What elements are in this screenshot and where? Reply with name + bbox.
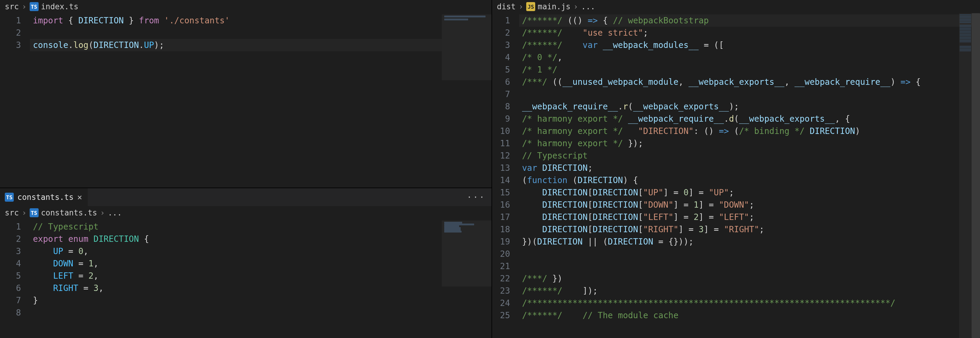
token-prop: DIRECTION xyxy=(593,188,638,198)
token-str: "LEFT" xyxy=(643,212,673,222)
code-line[interactable]: LEFT = 2, xyxy=(30,270,492,282)
code-line[interactable]: __webpack_require__.r(__webpack_exports_… xyxy=(519,100,980,113)
code-line[interactable]: /******/ "use strict"; xyxy=(519,27,980,39)
token-punc: [ xyxy=(587,225,593,234)
breadcrumb-trail[interactable]: ... xyxy=(581,2,595,11)
line-number: 3 xyxy=(0,245,30,257)
breadcrumb-filename: index.ts xyxy=(41,2,78,11)
token-punc: , xyxy=(84,246,89,256)
code-line[interactable]: /******/ // The module cache xyxy=(519,309,980,322)
chevron-right-icon: › xyxy=(22,208,27,217)
line-number: 2 xyxy=(0,27,30,39)
minimap[interactable] xyxy=(442,14,492,188)
token-prop: DIRECTION xyxy=(542,200,587,210)
code-line[interactable] xyxy=(30,306,492,319)
token-punc: ; xyxy=(587,163,593,173)
code-line[interactable]: } xyxy=(30,294,492,306)
code-line[interactable]: DIRECTION[DIRECTION["UP"] = 0] = "UP"; xyxy=(519,187,980,199)
breadcrumb-file[interactable]: TS constants.ts xyxy=(30,208,97,217)
code-line[interactable]: DIRECTION[DIRECTION["DOWN"] = 1] = "DOWN… xyxy=(519,199,980,211)
token-str: "DOWN" xyxy=(643,200,673,210)
code-line[interactable]: /******/ (() => { // webpackBootstrap xyxy=(519,14,980,27)
close-icon[interactable]: × xyxy=(77,192,82,202)
scrollbar-thumb[interactable] xyxy=(972,13,980,338)
token-str: "UP" xyxy=(709,188,729,198)
code-line[interactable]: export enum DIRECTION { xyxy=(30,233,492,245)
code-line[interactable]: DIRECTION[DIRECTION["RIGHT"] = 3] = "RIG… xyxy=(519,223,980,236)
code-line[interactable]: /* 1 */ xyxy=(519,64,980,76)
line-number: 1 xyxy=(0,14,30,27)
token-punc: . xyxy=(618,102,623,112)
scrollbar[interactable] xyxy=(972,13,980,338)
line-number: 6 xyxy=(492,76,519,88)
token-prop: console xyxy=(33,40,68,50)
line-number: 16 xyxy=(492,199,519,211)
code-line[interactable] xyxy=(30,27,492,39)
code-line[interactable]: /* 0 */, xyxy=(519,51,980,64)
chevron-right-icon: › xyxy=(100,208,105,217)
code-line[interactable]: RIGHT = 3, xyxy=(30,282,492,294)
editor-body[interactable]: 1234567891011121314151617181920212223242… xyxy=(492,13,980,338)
code-line[interactable]: console.log(DIRECTION.UP); xyxy=(30,39,492,51)
token-punc: ( xyxy=(88,40,93,50)
minimap-viewport[interactable] xyxy=(959,13,972,338)
breadcrumb-trail[interactable]: ... xyxy=(108,208,122,217)
line-gutter: 1234567891011121314151617181920212223242… xyxy=(492,13,519,338)
editor-body[interactable]: 123 import { DIRECTION } from './constan… xyxy=(0,13,492,188)
breadcrumb-file[interactable]: TS index.ts xyxy=(30,2,78,11)
token-com: /******/ xyxy=(522,16,562,26)
breadcrumb-file[interactable]: JS main.js xyxy=(526,2,571,11)
token-com: // Typescript xyxy=(522,151,587,161)
code-line[interactable]: DIRECTION[DIRECTION["LEFT"] = 2] = "LEFT… xyxy=(519,211,980,223)
ts-file-icon: TS xyxy=(30,208,38,217)
code-line[interactable]: DOWN = 1, xyxy=(30,257,492,270)
token-kw2: => xyxy=(719,126,729,136)
code-line[interactable]: /***/ ((__unused_webpack_module, __webpa… xyxy=(519,76,980,88)
code-line[interactable]: import { DIRECTION } from './constants' xyxy=(30,14,492,27)
code-line[interactable]: var DIRECTION; xyxy=(519,162,980,174)
token-punc: ; xyxy=(749,200,754,210)
token-enum: UP xyxy=(53,246,63,256)
breadcrumb-seg[interactable]: dist xyxy=(497,2,516,11)
code-line[interactable] xyxy=(519,260,980,273)
code-area[interactable]: import { DIRECTION } from './constants'c… xyxy=(30,13,492,188)
code-line[interactable]: })(DIRECTION || (DIRECTION = {})); xyxy=(519,236,980,248)
editor-body[interactable]: 12345678 // Typescriptexport enum DIRECT… xyxy=(0,219,492,338)
code-line[interactable] xyxy=(519,88,980,100)
minimap[interactable] xyxy=(959,13,972,338)
code-line[interactable]: // Typescript xyxy=(519,150,980,162)
code-line[interactable]: // Typescript xyxy=(30,220,492,233)
minimap-viewport[interactable] xyxy=(442,14,492,80)
line-number: 5 xyxy=(0,270,30,282)
token-com: /* 0 */ xyxy=(522,53,557,62)
token-com: /******/ xyxy=(522,28,562,38)
code-line[interactable]: /* harmony export */ "DIRECTION": () => … xyxy=(519,125,980,137)
code-line[interactable]: /***/ }) xyxy=(519,273,980,285)
code-line[interactable]: /* harmony export */ }); xyxy=(519,137,980,150)
code-line[interactable]: /***************************************… xyxy=(519,297,980,309)
code-area[interactable]: /******/ (() => { // webpackBootstrap/**… xyxy=(519,13,980,338)
token-punc: ); xyxy=(154,40,164,50)
code-line[interactable] xyxy=(519,248,980,260)
breadcrumb-seg[interactable]: src xyxy=(5,2,19,11)
tab-actions-icon[interactable]: ··· xyxy=(467,192,492,202)
line-number: 2 xyxy=(0,233,30,245)
minimap[interactable] xyxy=(442,220,492,338)
token-punc: = xyxy=(63,246,78,256)
tab-constants[interactable]: TS constants.ts × xyxy=(0,188,88,206)
code-line[interactable]: /******/ ]); xyxy=(519,285,980,297)
code-line[interactable]: (function (DIRECTION) { xyxy=(519,174,980,187)
token-punc: [ xyxy=(587,188,593,198)
breadcrumb[interactable]: src › TS constants.ts › ... xyxy=(0,206,492,219)
code-line[interactable]: /* harmony export */ __webpack_require__… xyxy=(519,113,980,125)
breadcrumb[interactable]: src › TS index.ts xyxy=(0,0,492,13)
line-number: 11 xyxy=(492,137,519,150)
code-line[interactable]: /******/ var __webpack_modules__ = ([ xyxy=(519,39,980,51)
breadcrumb-seg[interactable]: src xyxy=(5,208,19,217)
line-number: 1 xyxy=(492,14,519,27)
code-area[interactable]: // Typescriptexport enum DIRECTION { UP … xyxy=(30,219,492,338)
breadcrumb[interactable]: dist › JS main.js › ... xyxy=(492,0,980,13)
token-punc xyxy=(33,283,53,293)
code-line[interactable]: UP = 0, xyxy=(30,245,492,257)
token-punc: })( xyxy=(522,237,537,247)
